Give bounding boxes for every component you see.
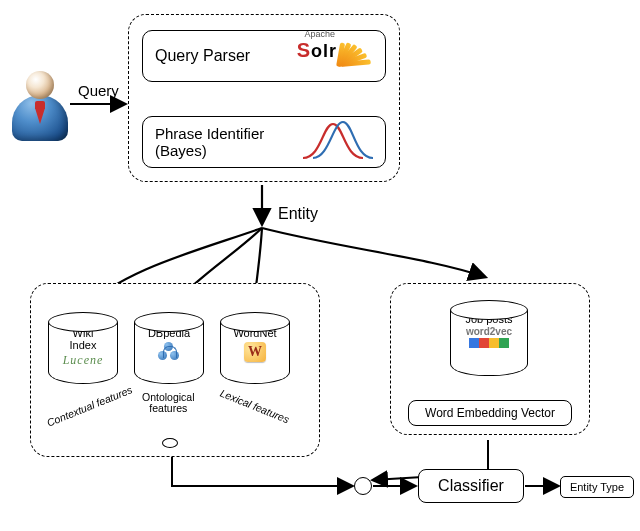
google-colors-icon [469,338,509,348]
wordnet-icon: W [244,342,266,362]
phrase-identifier-title1: Phrase Identifier [155,125,264,142]
query-parser-title: Query Parser [155,47,250,65]
solr-sun-icon [341,33,375,67]
phrase-identifier-box: Phrase Identifier (Bayes) [142,116,386,168]
entity-label: Entity [278,205,318,223]
solr-logo: Apache Solr [297,33,375,67]
classifier-box: Classifier [418,469,524,503]
word-embedding-box: Word Embedding Vector [408,400,572,426]
solr-apache-text: Apache [304,29,335,39]
combine-circle-node [354,477,372,495]
dbpedia-cylinder: DBpedia [134,312,204,384]
query-label: Query [78,82,119,99]
ontological-features-label: Ontologicalfeatures [142,392,195,413]
lucene-icon: Lucene [63,353,104,368]
wiki-index-cylinder: WikiIndex Lucene [48,312,118,384]
user-icon [10,67,70,147]
word2vec-text: word2vec [466,326,512,337]
wordnet-cylinder: WordNet W [220,312,290,384]
entity-type-box: Entity Type [560,476,634,498]
jobposts-cylinder: Job posts word2vec [450,300,528,378]
dbpedia-icon [158,342,180,360]
bayes-curves-icon [299,120,379,162]
phrase-identifier-title2: (Bayes) [155,142,264,159]
solr-main-text: olr [311,41,337,61]
feature-merge-node [162,438,178,448]
query-parser-box: Query Parser Apache Solr [142,30,386,82]
